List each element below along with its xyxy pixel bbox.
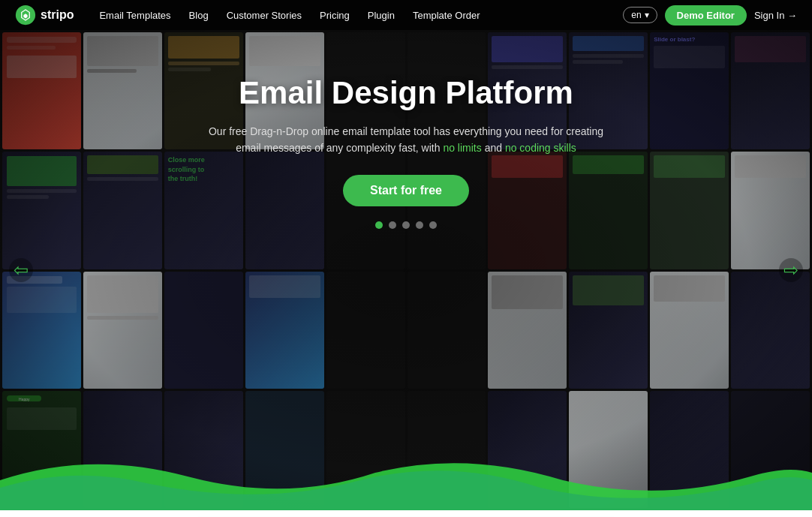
slide-dot-1[interactable] bbox=[375, 221, 383, 229]
video-section: Stripo bbox=[0, 510, 812, 517]
nav-template-order[interactable]: Template Order bbox=[405, 0, 488, 30]
nav-pricing[interactable]: Pricing bbox=[312, 0, 357, 30]
slide-dot-2[interactable] bbox=[389, 221, 396, 229]
slide-dot-3[interactable] bbox=[402, 221, 410, 229]
nav-links: Email Templates Blog Customer Stories Pr… bbox=[92, 0, 617, 30]
chevron-down-icon: ▾ bbox=[645, 10, 649, 20]
logo[interactable]: stripo bbox=[15, 5, 74, 26]
nav-blog[interactable]: Blog bbox=[182, 0, 216, 30]
hero-subtitle: Our free Drag-n-Drop online email templa… bbox=[196, 123, 616, 157]
logo-text: stripo bbox=[41, 8, 74, 22]
prev-slide-button[interactable]: ⇦ bbox=[9, 258, 33, 282]
chevron-left-icon: ⇦ bbox=[14, 260, 29, 281]
nav-email-templates[interactable]: Email Templates bbox=[92, 0, 178, 30]
slide-dot-5[interactable] bbox=[429, 221, 437, 229]
slide-dots bbox=[375, 221, 437, 229]
start-for-free-button[interactable]: Start for free bbox=[343, 175, 469, 206]
next-slide-button[interactable]: ⇨ bbox=[779, 258, 803, 282]
nav-right: en ▾ Demo Editor Sign In → bbox=[623, 5, 797, 26]
highlight-no-limits: no limits bbox=[443, 142, 481, 154]
highlight-no-coding: no coding skills bbox=[505, 142, 576, 154]
hero-section: Happy Close morescrolling tothe truth! bbox=[0, 30, 812, 510]
signin-link[interactable]: Sign In → bbox=[754, 10, 797, 21]
language-selector[interactable]: en ▾ bbox=[623, 7, 657, 23]
hero-title: Email Design Platform bbox=[239, 75, 573, 111]
demo-editor-button[interactable]: Demo Editor bbox=[665, 5, 747, 26]
nav-customer-stories[interactable]: Customer Stories bbox=[219, 0, 309, 30]
hero-content: Email Design Platform Our free Drag-n-Dr… bbox=[0, 30, 812, 510]
nav-plugin[interactable]: Plugin bbox=[360, 0, 402, 30]
navbar: stripo Email Templates Blog Customer Sto… bbox=[0, 0, 812, 30]
stripo-logo-icon bbox=[15, 5, 36, 26]
chevron-right-icon: ⇨ bbox=[783, 260, 798, 281]
slide-dot-4[interactable] bbox=[416, 221, 423, 229]
lang-label: en bbox=[631, 10, 641, 20]
